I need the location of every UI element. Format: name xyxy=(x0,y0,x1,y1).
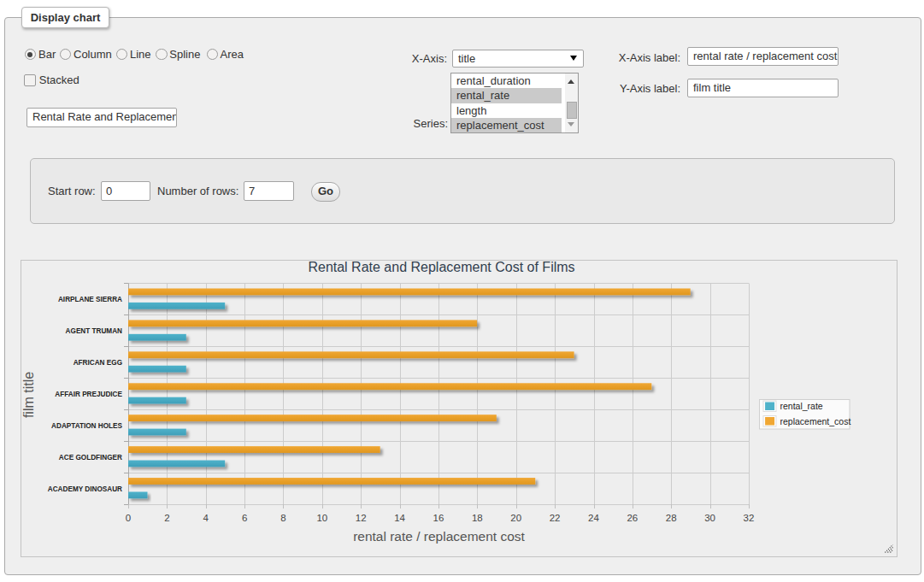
svg-text:14: 14 xyxy=(394,513,405,523)
svg-text:32: 32 xyxy=(744,513,755,523)
svg-text:AIRPLANE SIERRA: AIRPLANE SIERRA xyxy=(58,296,122,303)
svg-text:ACADEMY DINOSAUR: ACADEMY DINOSAUR xyxy=(48,485,122,493)
svg-text:0: 0 xyxy=(126,513,131,523)
svg-text:ACE GOLDFINGER: ACE GOLDFINGER xyxy=(59,454,122,461)
svg-text:8: 8 xyxy=(280,513,285,523)
svg-text:24: 24 xyxy=(588,513,599,523)
svg-text:replacement_cost: replacement_cost xyxy=(780,416,851,426)
svg-text:20: 20 xyxy=(510,513,521,523)
svg-text:2: 2 xyxy=(164,513,169,523)
svg-text:AFFAIR PREJUDICE: AFFAIR PREJUDICE xyxy=(55,391,122,398)
svg-text:18: 18 xyxy=(472,513,483,523)
svg-text:Rental Rate and Replacement Co: Rental Rate and Replacement Cost of Film… xyxy=(308,261,574,274)
svg-text:rental rate / replacement cost: rental rate / replacement cost xyxy=(353,529,525,544)
svg-text:film title: film title xyxy=(21,372,36,418)
svg-text:22: 22 xyxy=(550,513,561,523)
svg-text:16: 16 xyxy=(433,513,444,523)
svg-text:28: 28 xyxy=(666,513,677,523)
svg-text:12: 12 xyxy=(356,513,367,523)
svg-text:rental_rate: rental_rate xyxy=(780,401,823,411)
svg-text:4: 4 xyxy=(203,513,209,523)
svg-text:6: 6 xyxy=(242,513,247,523)
svg-text:AGENT TRUMAN: AGENT TRUMAN xyxy=(66,327,122,335)
svg-text:10: 10 xyxy=(316,513,327,523)
svg-text:30: 30 xyxy=(704,513,715,523)
svg-text:ADAPTATION HOLES: ADAPTATION HOLES xyxy=(51,422,122,430)
svg-text:26: 26 xyxy=(627,513,638,523)
svg-text:AFRICAN EGG: AFRICAN EGG xyxy=(74,359,122,367)
